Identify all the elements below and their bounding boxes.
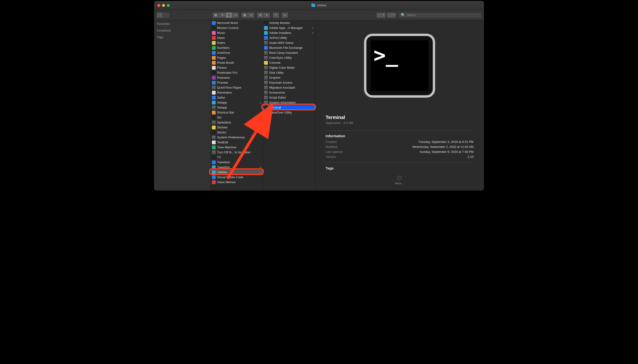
sidebar-section-tags[interactable]: Tags [157,36,208,39]
app-icon [212,156,216,159]
list-item[interactable]: Grapher [263,75,315,80]
list-item[interactable]: System Information [263,100,315,105]
list-item[interactable]: Music [211,30,263,35]
window-title-text: Utilities [317,4,326,7]
list-item[interactable]: Preview [211,80,263,85]
list-item[interactable]: Stickies [211,125,263,130]
list-item[interactable]: Terminal [263,105,315,110]
list-item-label: Stocks [217,130,262,134]
list-item[interactable]: Setapp [211,100,263,105]
list-item[interactable]: Mission Control [211,25,263,30]
list-item[interactable]: System Preferences [211,135,263,140]
list-item[interactable]: Digital Color Meter [263,65,315,70]
list-item[interactable]: Tweetbot [211,160,263,165]
list-item-label: Reminders [217,91,262,94]
view-gallery-button[interactable]: ▭ [232,12,239,18]
list-item[interactable]: Microsoft Word [211,20,263,25]
back-button[interactable]: 〈 [156,12,163,18]
folder-icon [212,170,216,174]
list-item[interactable]: Pixelmator Pro [211,70,263,75]
tags-button[interactable]: ▭ [282,12,288,18]
list-item[interactable]: Pages [211,55,263,60]
minimize-window-button[interactable] [162,4,165,7]
list-item[interactable]: Console [263,60,315,65]
list-item[interactable]: AirPort Utility [263,35,315,40]
list-item[interactable]: Numbers [211,45,263,50]
list-item[interactable]: Stocks [211,130,263,135]
column-utilities[interactable]: Activity MonitorAdobe Appl…n ManagerAdob… [263,20,315,190]
preview-subtitle: Application - 9.9 MB [326,121,474,125]
list-item[interactable]: Screenshot [263,90,315,95]
list-item[interactable]: TextEdit [211,140,263,145]
app-icon [212,66,216,70]
view-list-button[interactable]: ☰ [219,12,226,18]
list-item[interactable]: Voice Memos [211,180,263,184]
info-lastopened-label: Last opened [326,150,343,154]
list-item[interactable]: QuickTime Player [211,85,263,90]
search-box[interactable]: 🔍 [399,12,482,18]
nav-buttons: 〈 〉 [156,12,170,18]
list-item[interactable]: Photo Booth [211,60,263,65]
zoom-window-button[interactable] [167,4,170,7]
list-item[interactable]: TV [211,155,263,160]
list-item[interactable]: Turn Off th…ts for Safari [211,150,263,155]
list-item[interactable]: VoiceOver Utility [263,110,315,115]
toolbar-dropdown-2[interactable] [387,12,396,18]
close-window-button[interactable] [157,4,160,7]
view-column-button[interactable]: ▥ [226,12,232,18]
share-button[interactable]: ⇧ [272,12,279,18]
gallery-icon: ▭ [234,14,237,16]
list-item[interactable]: Audio MIDI Setup [263,40,315,45]
list-item[interactable]: Adobe Installers [263,30,315,35]
list-item[interactable]: Safari [211,95,263,100]
action-button[interactable]: ✿ [257,12,264,18]
list-item[interactable]: Activity Monitor [263,20,315,25]
toolbar: 〈 〉 ▦ ☰ ▥ ▭ ▦ ▾ ✿ ▾ ⇧ ▭ 🔍 [154,10,484,20]
list-item[interactable]: Shortcut Bar [211,110,263,115]
list-item[interactable]: Reminders [211,90,263,95]
forward-button[interactable]: 〉 [163,12,170,18]
list-item[interactable]: Siri [211,115,263,120]
arrange-dropdown[interactable]: ▾ [248,12,254,18]
list-item[interactable]: Disk Utility [263,70,315,75]
app-icon [212,106,216,110]
list-item[interactable]: Photos [211,65,263,70]
action-dropdown[interactable]: ▾ [264,12,270,18]
list-icon: ☰ [221,14,224,16]
list-item[interactable]: Keychain Access [263,80,315,85]
list-item[interactable]: Speedtest [211,120,263,125]
list-item[interactable]: News [211,35,263,40]
list-item[interactable]: ColorSync Utility [263,55,315,60]
list-item[interactable]: OneDrive [211,50,263,55]
search-input[interactable] [407,14,480,17]
list-item[interactable]: Adobe Appl…n Manager [263,25,315,30]
list-item[interactable]: Migration Assistant [263,85,315,90]
info-modified-label: Modified [326,145,337,148]
arrange-button[interactable]: ▦ [241,12,248,18]
list-item[interactable]: Podcasts [211,75,263,80]
list-item[interactable]: Boot Camp Assistant [263,50,315,55]
info-version-value: 2.10 [468,155,474,158]
more-button[interactable]: More… [326,176,474,185]
list-item-label: Numbers [217,46,262,50]
list-item[interactable]: Notes [211,40,263,45]
list-item-label: News [217,36,262,40]
list-item-label: System Preferences [217,136,262,139]
app-icon [212,91,216,94]
list-item[interactable]: Tweetbot [211,165,263,170]
list-item[interactable]: Bluetooth File Exchange [263,45,315,50]
list-item-label: System Information [269,101,314,104]
app-icon [212,86,216,90]
sidebar-section-favorites[interactable]: Favorites [157,22,208,26]
list-item[interactable]: Visual Studio Code [211,175,263,180]
sidebar-section-locations[interactable]: Locations [157,29,208,32]
list-item[interactable]: Setapp [211,105,263,110]
list-item[interactable]: Time Machine [211,145,263,150]
chevron-right-icon: 〉 [165,13,168,17]
toolbar-dropdown-1[interactable] [376,12,386,18]
list-item[interactable]: Script Editor [263,95,315,100]
view-icon-button[interactable]: ▦ [212,12,219,18]
list-item-label: Script Editor [269,96,314,99]
list-item[interactable]: Utilities [211,170,263,175]
column-applications[interactable]: Microsoft WordMission ControlMusicNewsNo… [211,20,263,190]
